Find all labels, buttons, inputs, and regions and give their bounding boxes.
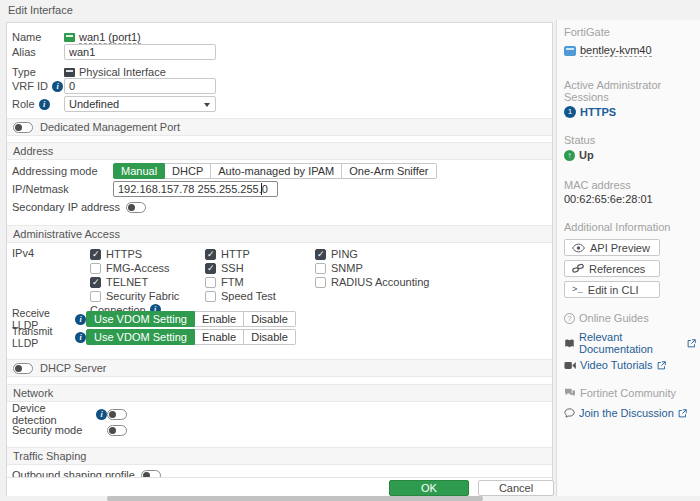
receive-lldp-segments: Use VDOM Setting Enable Disable [86, 311, 296, 327]
addressing-option-ipam[interactable]: Auto-managed by IPAM [211, 163, 342, 179]
transmit-lldp-label-wrap: Transmit LLDP [12, 325, 86, 349]
role-value: Undefined [69, 98, 119, 110]
addressing-mode-label: Addressing mode [12, 165, 113, 177]
video-link[interactable]: Video Tutorials [580, 359, 653, 371]
info-icon[interactable] [75, 314, 86, 325]
transmit-lldp-label: Transmit LLDP [12, 325, 71, 349]
checkbox-icon [90, 263, 101, 274]
checkbox-label: HTTPS [106, 248, 142, 260]
terminal-icon: >_ [572, 285, 583, 295]
network-section-label: Network [13, 387, 53, 399]
access-col-3: PING SNMP RADIUS Accounting [315, 247, 429, 289]
receive-lldp-enable[interactable]: Enable [195, 311, 244, 327]
addressing-option-dhcp[interactable]: DHCP [165, 163, 211, 179]
checkbox-icon [90, 277, 101, 288]
link-icon [572, 263, 584, 274]
dedicated-mgmt-bar: Dedicated Management Port [7, 118, 552, 136]
checkbox-label: Security Fabric [106, 290, 179, 302]
security-mode-toggle[interactable] [107, 425, 127, 436]
checkbox-label: FTM [221, 276, 244, 288]
ipv4-access-grid: IPv4 HTTPS FMG-Access TELNET Security Fa… [12, 247, 547, 316]
community-link[interactable]: Join the Discussion [579, 407, 674, 419]
checkbox-label: FMG-Access [106, 262, 170, 274]
checkbox-icon [205, 291, 216, 302]
book-icon [564, 338, 575, 349]
checkbox-security-fabric[interactable]: Security Fabric [90, 289, 205, 303]
secondary-ip-toggle[interactable] [126, 202, 146, 213]
dedicated-mgmt-toggle[interactable] [13, 122, 33, 133]
horizontal-scrollbar[interactable] [0, 496, 700, 501]
vrf-row: VRF ID [12, 78, 547, 94]
device-detection-toggle[interactable] [107, 409, 127, 420]
form-button-bar: OK Cancel [7, 477, 552, 496]
info-icon[interactable] [96, 409, 107, 420]
community-row: Fortinet Community [564, 387, 696, 399]
doc-link[interactable]: Relevant Documentation [579, 331, 683, 355]
checkbox-ftm[interactable]: FTM [205, 275, 315, 289]
checkbox-icon [205, 249, 216, 260]
checkbox-label: SSH [221, 262, 244, 274]
alias-input[interactable] [64, 44, 216, 60]
vrf-id-input[interactable] [64, 78, 216, 94]
name-value[interactable]: wan1 (port1) [79, 31, 141, 44]
interface-port-icon [64, 33, 75, 42]
vrf-label-wrap: VRF ID [12, 80, 64, 92]
external-link-icon [657, 361, 666, 370]
checkbox-icon [90, 249, 101, 260]
checkbox-radius[interactable]: RADIUS Accounting [315, 275, 429, 289]
vrf-label: VRF ID [12, 80, 48, 92]
address-section-bar: Address [7, 142, 552, 160]
dhcp-server-toggle[interactable] [13, 363, 33, 374]
role-select[interactable]: Undefined [64, 96, 216, 112]
transmit-lldp-disable[interactable]: Disable [244, 329, 296, 345]
address-section-label: Address [13, 145, 53, 157]
checkbox-speed-test[interactable]: Speed Test [205, 289, 315, 303]
checkbox-ssh[interactable]: SSH [205, 261, 315, 275]
checkbox-icon [315, 277, 326, 288]
api-preview-button[interactable]: API Preview [564, 239, 660, 256]
checkbox-fmg-access[interactable]: FMG-Access [90, 261, 205, 275]
addressing-mode-row: Addressing mode Manual DHCP Auto-managed… [12, 163, 547, 179]
admin-access-label: Administrative Access [13, 228, 120, 240]
scrollbar-thumb[interactable] [107, 496, 483, 501]
info-icon[interactable] [39, 99, 50, 110]
sessions-https-link[interactable]: HTTPS [580, 106, 616, 118]
checkbox-http[interactable]: HTTP [205, 247, 315, 261]
receive-lldp-disable[interactable]: Disable [244, 311, 296, 327]
ip-netmask-input[interactable] [113, 181, 278, 197]
video-camera-icon [564, 361, 576, 370]
ok-button[interactable]: OK [389, 480, 469, 496]
status-row: ↑ Up [564, 149, 696, 161]
addressing-option-sniffer[interactable]: One-Arm Sniffer [342, 163, 436, 179]
edit-in-cli-label: Edit in CLI [588, 284, 639, 296]
role-label: Role [12, 98, 35, 110]
ip-netmask-wrap [113, 181, 278, 197]
transmit-lldp-enable[interactable]: Enable [195, 329, 244, 345]
cancel-button[interactable]: Cancel [478, 480, 554, 496]
fortigate-device-icon [564, 46, 576, 56]
device-name[interactable]: bentley-kvm40 [580, 44, 652, 57]
info-icon[interactable] [52, 81, 63, 92]
transmit-lldp-vdom[interactable]: Use VDOM Setting [86, 329, 195, 345]
name-row: Name wan1 (port1) [12, 29, 547, 45]
role-row: Role Undefined [12, 96, 547, 112]
page-title: Edit Interface [8, 0, 73, 20]
session-count-badge: 1 [564, 106, 576, 118]
edit-in-cli-button[interactable]: >_ Edit in CLI [564, 281, 660, 298]
checkbox-telnet[interactable]: TELNET [90, 275, 205, 289]
checkbox-label: HTTP [221, 248, 250, 260]
addressing-option-manual[interactable]: Manual [113, 163, 165, 179]
checkbox-snmp[interactable]: SNMP [315, 261, 429, 275]
dhcp-server-label: DHCP Server [40, 362, 106, 374]
checkbox-label: SNMP [331, 262, 363, 274]
secondary-ip-label: Secondary IP address [12, 201, 120, 213]
checkbox-https[interactable]: HTTPS [90, 247, 205, 261]
online-guides-row: Online Guides [564, 312, 696, 324]
references-button[interactable]: References [564, 260, 660, 277]
receive-lldp-vdom[interactable]: Use VDOM Setting [86, 311, 195, 327]
sessions-row: 1 HTTPS [564, 106, 696, 118]
doc-link-row: Relevant Documentation [564, 331, 696, 355]
info-icon[interactable] [75, 332, 86, 343]
checkbox-ping[interactable]: PING [315, 247, 429, 261]
checkbox-icon [90, 291, 101, 302]
